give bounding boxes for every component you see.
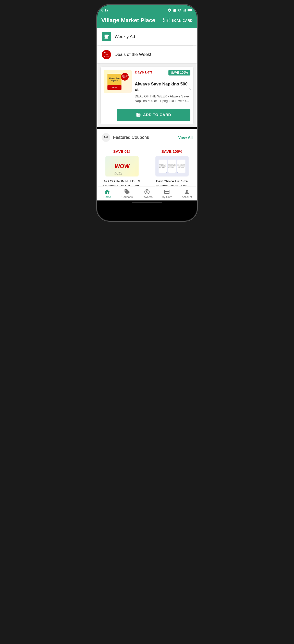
scan-card-button[interactable]: SCAN CARD [163,17,193,24]
rewards-icon [144,189,150,195]
coupon-1-title: NO COUPON NEEDED! Selected 7-UP / RC Fla… [100,179,144,186]
svg-rect-6 [192,10,192,10]
svg-rect-2 [185,9,185,11]
featured-left: ✂ Featured Coupons [101,133,149,142]
nav-mycard[interactable]: My Card [157,187,177,200]
coupon-cell-2: SAVE 100% PREMIUMCUTLERY PREMIUMCUTLERY … [147,146,197,186]
nav-home[interactable]: Home [97,187,117,200]
coupons-icon-img: ✂ [101,133,111,142]
app-header: Village Market Place SCAN CARD [97,14,197,28]
home-icon [104,189,110,195]
weekly-ad-icon [101,32,112,42]
status-icons [168,8,193,12]
featured-coupons-label: Featured Coupons [113,135,149,140]
deals-of-week-row[interactable]: DEAL OF THE WEEK Deals of the Week! [97,46,197,64]
deal-card-wrapper: Always SaveNapkins DEAL OFWEEK FREE Days… [97,64,197,127]
deal-description: DEAL OF THE WEEK - Always Save Napkins 5… [135,94,190,103]
coupon-1-image: WOW 2 for $63 for $14 [105,156,139,176]
svg-rect-0 [183,10,183,11]
svg-text:✂: ✂ [104,135,108,140]
view-all-link[interactable]: View All [178,135,193,140]
nav-home-label: Home [103,195,111,198]
coupon-2-save: SAVE 100% [161,149,182,154]
home-bar [132,202,162,203]
status-bar: 6:17 [97,5,197,14]
deal-card[interactable]: Always SaveNapkins DEAL OFWEEK FREE Days… [100,67,194,124]
mycard-icon [164,189,170,195]
bottom-nav: Home Coupons Rewards My Card Account [97,186,197,200]
coupon-2-title: Best Choice Full Size Premium Cutlery, S… [150,179,194,186]
main-content: Weekly Ad DEAL OF THE WEEK Deals of the … [97,28,197,186]
nav-mycard-label: My Card [162,195,172,198]
battery-icon [188,8,193,12]
deal-title: Always Save Napkins 500 ct [135,81,190,93]
deal-add-to-card-button[interactable]: ADD TO CARD [117,109,190,121]
nav-coupons[interactable]: Coupons [117,187,137,200]
deal-week-icon: DEAL OF THE WEEK [101,49,112,60]
svg-text:WEEK: WEEK [104,56,109,57]
signal-icon [182,8,187,12]
nav-coupons-label: Coupons [121,195,133,198]
coupon-1-save: SAVE 01¢ [113,149,131,154]
account-icon [184,189,190,195]
deal-add-label: ADD TO CARD [143,112,171,117]
phone-frame: 6:17 Village Market Place SCAN CARD [97,5,197,221]
app-title: Village Market Place [101,17,155,24]
deals-of-week-label: Deals of the Week! [115,52,151,57]
coupon-cell-1: SAVE 01¢ WOW 2 for $63 for $14 NO COUPON… [97,146,147,186]
svg-text:DEAL: DEAL [104,52,109,54]
settings-icon [168,8,172,12]
sim-icon [173,8,176,12]
deal-save-badge: SAVE 100% [168,70,190,75]
nav-account[interactable]: Account [177,187,197,200]
coupons-nav-icon [124,189,130,195]
nav-rewards[interactable]: Rewards [137,187,157,200]
svg-rect-3 [185,9,186,11]
status-time: 6:17 [101,8,108,12]
nav-account-label: Account [182,195,192,198]
svg-rect-1 [184,10,184,11]
wifi-icon [177,8,181,12]
scan-card-label: SCAN CARD [172,19,193,22]
nav-rewards-label: Rewards [141,195,152,198]
deal-card-bottom: ADD TO CARD [101,107,193,124]
weekly-ad-label: Weekly Ad [115,34,135,39]
featured-coupons-section: ✂ Featured Coupons View All SAVE 01¢ WOW [97,129,197,186]
coupons-grid: SAVE 01¢ WOW 2 for $63 for $14 NO COUPON… [97,146,197,186]
deal-chevron-icon: › [189,86,191,92]
wallet-icon [136,112,141,117]
weekly-ad-row[interactable]: Weekly Ad [97,28,197,46]
svg-rect-5 [188,9,191,11]
coupon-2-image: PREMIUMCUTLERY PREMIUMCUTLERY PREMIUMCUT… [155,156,189,176]
featured-header: ✂ Featured Coupons View All [97,129,197,146]
deal-product-image: Always SaveNapkins DEAL OFWEEK FREE [104,70,132,93]
deal-card-info: Days Left SAVE 100% Always Save Napkins … [135,70,190,104]
scan-icon [163,17,170,24]
svg-text:OF THE: OF THE [104,54,109,55]
